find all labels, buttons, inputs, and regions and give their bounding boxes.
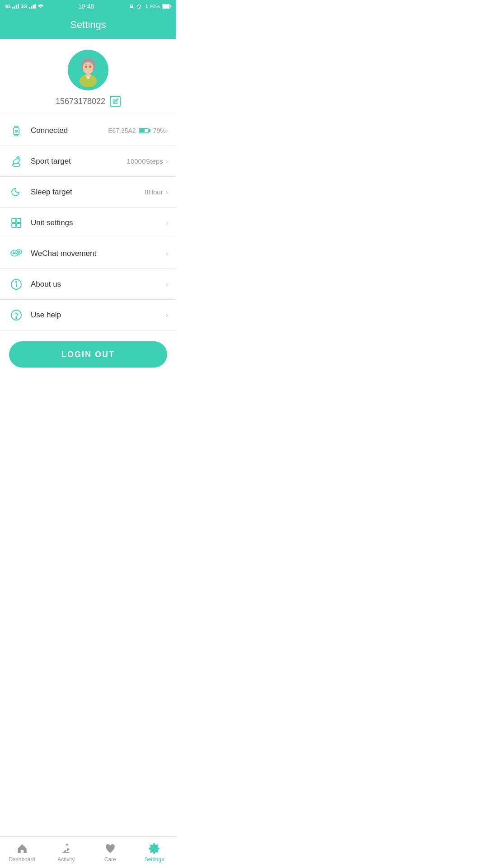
wifi-icon: [38, 4, 44, 9]
about-label: About us: [31, 280, 163, 289]
device-battery-icon: [139, 128, 150, 133]
svg-point-27: [14, 252, 15, 253]
phone-number: 15673178022: [56, 97, 105, 106]
wechat-icon: [8, 245, 24, 262]
device-info: E67 35A2 79%: [108, 127, 166, 134]
svg-point-19: [13, 163, 20, 167]
unit-settings-arrow: ›: [166, 219, 168, 227]
svg-point-30: [19, 251, 20, 252]
wechat-arrow: ›: [166, 250, 168, 258]
status-time: 18:48: [78, 3, 94, 10]
device-id: E67 35A2: [108, 127, 136, 134]
sleep-icon: [8, 184, 24, 200]
status-bar: 4G 3G 18:48 93%: [0, 0, 176, 13]
device-battery-pct: 79%: [153, 127, 166, 134]
info-icon: [8, 276, 24, 292]
svg-rect-23: [12, 223, 16, 227]
menu-item-wechat[interactable]: WeChat movement ›: [0, 238, 176, 269]
svg-rect-3: [163, 5, 169, 8]
svg-rect-24: [17, 223, 21, 227]
signal-bars-right: [29, 4, 36, 9]
lock-icon: [129, 3, 134, 9]
profile-phone-row: 15673178022: [56, 96, 121, 107]
svg-point-26: [13, 252, 14, 253]
menu-item-sport-target[interactable]: Sport target 10000Steps ›: [0, 146, 176, 177]
sport-target-label: Sport target: [31, 157, 127, 166]
login-out-section: LOGIN OUT: [0, 330, 176, 377]
signal-bars-left: [12, 4, 19, 9]
help-label: Use help: [31, 311, 163, 320]
avatar-image: [70, 52, 106, 88]
unit-settings-label: Unit settings: [31, 218, 163, 227]
connected-arrow: ›: [166, 127, 168, 135]
profile-section: 15673178022: [0, 39, 176, 115]
login-out-button[interactable]: LOGIN OUT: [9, 341, 167, 368]
avatar[interactable]: [68, 50, 108, 90]
sleep-target-label: Sleep target: [31, 188, 145, 197]
connected-label: Connected: [31, 126, 108, 135]
svg-rect-22: [17, 218, 21, 222]
page-title: Settings: [0, 19, 176, 31]
svg-point-14: [83, 62, 93, 72]
sleep-target-value: 8Hour: [145, 188, 163, 196]
edit-profile-button[interactable]: [110, 96, 121, 107]
battery-status-icon: [162, 4, 172, 9]
sleep-target-arrow: ›: [166, 188, 168, 196]
menu-item-help[interactable]: Use help ›: [0, 300, 176, 330]
bluetooth-icon: [144, 3, 148, 9]
page-header: Settings: [0, 13, 176, 39]
sport-icon: [8, 153, 24, 170]
help-icon: [8, 307, 24, 323]
signal-3g: 3G: [21, 4, 27, 9]
about-arrow: ›: [166, 280, 168, 288]
menu-item-about[interactable]: About us ›: [0, 269, 176, 300]
help-arrow: ›: [166, 311, 168, 319]
alarm-icon: [136, 4, 142, 9]
watch-icon: [8, 123, 24, 139]
svg-rect-4: [170, 5, 171, 8]
menu-item-unit-settings[interactable]: Unit settings ›: [0, 208, 176, 238]
svg-point-33: [16, 281, 17, 282]
sport-target-arrow: ›: [166, 157, 168, 165]
wechat-label: WeChat movement: [31, 249, 163, 258]
sport-target-value: 10000Steps: [127, 157, 163, 165]
menu-list: Connected E67 35A2 79% ›: [0, 115, 176, 330]
status-right: 93%: [129, 3, 172, 9]
svg-point-20: [17, 156, 19, 159]
battery-percent: 93%: [150, 4, 160, 9]
svg-rect-0: [130, 6, 133, 8]
svg-point-28: [16, 250, 22, 254]
unit-icon: [8, 215, 24, 231]
signal-4g: 4G: [5, 4, 10, 9]
status-left: 4G 3G: [5, 4, 44, 9]
menu-item-connected[interactable]: Connected E67 35A2 79% ›: [0, 115, 176, 146]
svg-point-29: [18, 251, 19, 252]
svg-point-15: [85, 66, 87, 68]
svg-point-16: [89, 66, 91, 68]
svg-point-35: [16, 317, 17, 318]
svg-rect-21: [12, 218, 16, 222]
menu-item-sleep-target[interactable]: Sleep target 8Hour ›: [0, 177, 176, 208]
